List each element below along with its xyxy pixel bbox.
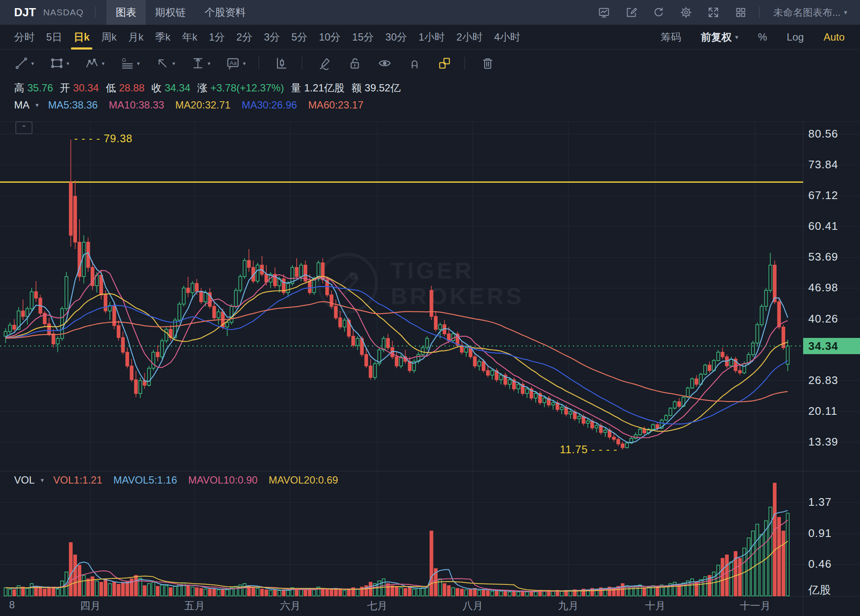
tab-图表[interactable]: 图表 <box>106 0 146 25</box>
link-icon[interactable] <box>437 56 452 70</box>
quote-量: 量1.21亿股 <box>291 81 345 95</box>
price-axis[interactable]: 80.5673.8467.1260.4153.6946.9840.2626.83… <box>803 77 860 616</box>
vol-dropdown[interactable]: VOL <box>14 474 35 486</box>
toggle-前复权[interactable]: 前复权▾ <box>701 30 739 44</box>
quote-label: 收 <box>151 82 162 94</box>
price-tick: 40.26 <box>803 312 860 326</box>
vol-value: MAVOL10:0.90 <box>188 474 257 486</box>
vol-value: MAVOL5:1.16 <box>113 474 177 486</box>
quote-value: 30.34 <box>73 82 99 94</box>
brush-icon[interactable] <box>318 56 332 70</box>
layout-grid-icon[interactable] <box>733 5 748 20</box>
timeframe-1分[interactable]: 1分 <box>209 25 225 50</box>
timeframe-15分[interactable]: 15分 <box>352 25 374 50</box>
unlock-icon[interactable] <box>348 56 362 70</box>
eye-icon[interactable] <box>377 56 392 70</box>
timeframe-30分[interactable]: 30分 <box>386 25 407 50</box>
gann-icon[interactable]: G▾ <box>120 56 140 70</box>
timeframe-年k[interactable]: 年k <box>182 25 197 50</box>
timeframe-月k[interactable]: 月k <box>128 25 144 50</box>
chevron-down-icon: ▾ <box>137 60 140 67</box>
ma-dropdown[interactable]: MA <box>14 99 29 111</box>
toggle-筹码[interactable]: 筹码 <box>661 30 681 44</box>
toggle-Auto[interactable]: Auto <box>824 31 845 43</box>
quote-高: 高35.76 <box>14 81 53 95</box>
ma-value: MA30:26.96 <box>242 99 297 111</box>
quote-label: 高 <box>14 82 24 94</box>
timeframe-right-items: 筹码前复权▾%LogAuto <box>641 30 860 44</box>
vol-value: VOL1:1.21 <box>53 474 103 486</box>
timeframe-5日[interactable]: 5日 <box>46 25 62 50</box>
timeframe-10分[interactable]: 10分 <box>319 25 341 50</box>
chart-monitor-icon[interactable] <box>597 5 611 20</box>
collapse-panel-button[interactable]: ⌃ <box>15 121 32 134</box>
tab-个股资料[interactable]: 个股资料 <box>195 0 255 25</box>
trendline-icon[interactable]: ▾ <box>14 56 34 70</box>
chevron-down-icon[interactable]: ▾ <box>844 9 847 16</box>
quote-value: 39.52亿 <box>365 82 401 94</box>
edit-icon[interactable] <box>624 5 639 20</box>
timeframe-3分[interactable]: 3分 <box>264 25 280 50</box>
price-tick: 53.69 <box>803 250 860 264</box>
timeframe-分时[interactable]: 分时 <box>14 25 35 50</box>
toggle-Log[interactable]: Log <box>787 31 804 43</box>
trash-icon[interactable] <box>480 56 495 70</box>
time-tick-month: 四月 <box>67 599 114 613</box>
toggle-%[interactable]: % <box>758 31 767 43</box>
text-icon[interactable]: Aa▾ <box>226 56 246 70</box>
time-tick-month: 八月 <box>449 599 496 613</box>
chevron-down-icon: ▾ <box>102 60 105 67</box>
chevron-down-icon: ▾ <box>208 60 211 67</box>
ma-value: MA10:38.33 <box>109 99 164 111</box>
timeframe-2小时[interactable]: 2小时 <box>457 25 483 50</box>
timeframe-1小时[interactable]: 1小时 <box>418 25 445 50</box>
timeframe-items: 分时5日日k周k月k季k年k1分2分3分5分10分15分30分1小时2小时4小时 <box>0 25 520 50</box>
exchange: NASDAQ <box>43 7 84 18</box>
time-tick-month: 五月 <box>171 599 218 613</box>
candlestick-chart[interactable] <box>0 77 860 616</box>
price-tick: 80.56 <box>803 127 860 141</box>
volume-unit: 亿股 <box>803 583 860 598</box>
high-price-annotation: - - - - 79.38 <box>74 132 133 145</box>
quote-收: 收34.34 <box>151 81 190 95</box>
chevron-down-icon: ▾ <box>67 60 70 67</box>
timeframe-周k[interactable]: 周k <box>101 25 117 50</box>
main-tabs: 图表期权链个股资料 <box>106 0 255 25</box>
tiger-brokers-chart-app: DJT NASDAQ 图表期权链个股资料 未命名图表布... ▾ 分时5日日k周… <box>0 0 860 616</box>
time-tick-month: 九月 <box>545 599 592 613</box>
timeframe-4小时[interactable]: 4小时 <box>494 25 520 50</box>
chevron-down-icon: ▾ <box>243 60 246 67</box>
price-tick: 60.41 <box>803 220 860 233</box>
quote-label: 开 <box>60 82 70 94</box>
toolbar-divider <box>302 57 302 70</box>
timeframe-日k[interactable]: 日k <box>74 25 89 50</box>
drawing-toolbar: ▾▾▾G▾▾▾Aa▾ <box>0 50 860 77</box>
measure-icon[interactable]: ▾ <box>191 56 211 70</box>
cursor-arrow-icon[interactable]: ▾ <box>155 56 175 70</box>
timeframe-季k[interactable]: 季k <box>155 25 171 50</box>
tab-期权链[interactable]: 期权链 <box>146 0 195 25</box>
price-tick: 13.39 <box>803 435 860 449</box>
wave-icon[interactable]: ▾ <box>85 56 105 70</box>
volume-tick: 0.46 <box>803 557 860 571</box>
chevron-down-icon: ▾ <box>41 476 44 484</box>
timeframe-5分[interactable]: 5分 <box>292 25 307 50</box>
volume-tick: 0.91 <box>803 527 860 540</box>
ohlc-readout: 高35.76开30.34低28.88收34.34涨+3.78(+12.37%)量… <box>14 81 407 95</box>
quote-label: 量 <box>291 82 301 94</box>
candle-ruler-icon[interactable] <box>274 56 289 70</box>
toolbar-divider <box>259 57 259 70</box>
rectangle-icon[interactable]: ▾ <box>50 56 70 70</box>
quote-value: 34.34 <box>165 82 190 94</box>
layout-name[interactable]: 未命名图表布... <box>773 6 840 19</box>
quote-value: 28.88 <box>119 82 144 94</box>
fullscreen-icon[interactable] <box>706 5 721 20</box>
refresh-icon[interactable] <box>651 5 666 20</box>
volume-tick: 1.37 <box>803 496 860 509</box>
settings-icon[interactable] <box>679 5 693 20</box>
time-axis[interactable]: 8四月五月六月七月八月九月十月十一月 <box>0 599 803 614</box>
timeframe-2分[interactable]: 2分 <box>236 25 252 50</box>
top-icons <box>584 5 748 20</box>
volume-indicator-readout: VOL▾VOL1:1.21MAVOL5:1.16MAVOL10:0.90MAVO… <box>14 474 349 486</box>
magnet-icon[interactable] <box>407 56 422 70</box>
